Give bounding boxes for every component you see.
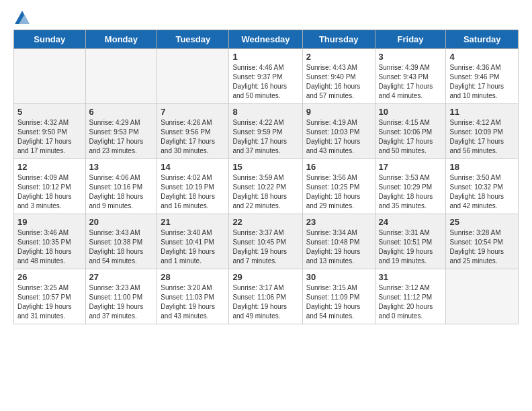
calendar-week-row: 5Sunrise: 4:32 AM Sunset: 9:50 PM Daylig… [14, 104, 519, 159]
calendar-cell: 12Sunrise: 4:09 AM Sunset: 10:12 PM Dayl… [14, 159, 86, 214]
page: SundayMondayTuesdayWednesdayThursdayFrid… [0, 0, 532, 338]
calendar-cell: 28Sunrise: 3:20 AM Sunset: 11:03 PM Dayl… [157, 269, 229, 324]
weekday-header-monday: Monday [85, 30, 157, 49]
logo [13, 11, 30, 24]
calendar-cell: 11Sunrise: 4:12 AM Sunset: 10:09 PM Dayl… [446, 104, 519, 159]
day-info: Sunrise: 3:37 AM Sunset: 10:45 PM Daylig… [232, 228, 298, 266]
day-number: 12 [17, 162, 82, 172]
calendar-cell: 14Sunrise: 4:02 AM Sunset: 10:19 PM Dayl… [157, 159, 229, 214]
day-info: Sunrise: 3:25 AM Sunset: 10:57 PM Daylig… [17, 283, 82, 321]
calendar-cell [446, 269, 519, 324]
day-number: 27 [89, 272, 154, 282]
day-info: Sunrise: 3:53 AM Sunset: 10:29 PM Daylig… [379, 173, 443, 211]
calendar-cell: 17Sunrise: 3:53 AM Sunset: 10:29 PM Dayl… [375, 159, 446, 214]
day-number: 18 [449, 162, 515, 172]
day-number: 9 [306, 107, 371, 117]
weekday-header-thursday: Thursday [302, 30, 375, 49]
day-number: 24 [379, 217, 443, 227]
day-info: Sunrise: 3:28 AM Sunset: 10:54 PM Daylig… [449, 228, 515, 266]
day-number: 5 [17, 107, 82, 117]
day-number: 14 [161, 162, 225, 172]
weekday-header-wednesday: Wednesday [229, 30, 302, 49]
weekday-header-friday: Friday [375, 30, 446, 49]
day-info: Sunrise: 3:46 AM Sunset: 10:35 PM Daylig… [17, 228, 82, 266]
day-info: Sunrise: 3:15 AM Sunset: 11:09 PM Daylig… [306, 283, 371, 321]
day-number: 25 [449, 217, 515, 227]
day-number: 2 [306, 52, 371, 62]
day-info: Sunrise: 3:43 AM Sunset: 10:38 PM Daylig… [89, 228, 154, 266]
logo-text [13, 11, 30, 24]
day-info: Sunrise: 3:23 AM Sunset: 11:00 PM Daylig… [89, 283, 154, 321]
day-number: 20 [89, 217, 154, 227]
weekday-header-saturday: Saturday [446, 30, 519, 49]
day-info: Sunrise: 3:31 AM Sunset: 10:51 PM Daylig… [379, 228, 443, 266]
calendar-cell [157, 49, 229, 104]
calendar-cell: 20Sunrise: 3:43 AM Sunset: 10:38 PM Dayl… [85, 214, 157, 269]
calendar-cell: 5Sunrise: 4:32 AM Sunset: 9:50 PM Daylig… [14, 104, 86, 159]
day-number: 16 [306, 162, 371, 172]
calendar-cell: 6Sunrise: 4:29 AM Sunset: 9:53 PM Daylig… [85, 104, 157, 159]
calendar-cell: 1Sunrise: 4:46 AM Sunset: 9:37 PM Daylig… [229, 49, 302, 104]
day-info: Sunrise: 4:39 AM Sunset: 9:43 PM Dayligh… [379, 63, 443, 101]
day-number: 29 [232, 272, 298, 282]
calendar-table: SundayMondayTuesdayWednesdayThursdayFrid… [13, 30, 519, 324]
day-number: 7 [161, 107, 225, 117]
day-info: Sunrise: 4:26 AM Sunset: 9:56 PM Dayligh… [161, 118, 225, 156]
day-number: 31 [379, 272, 443, 282]
day-info: Sunrise: 4:15 AM Sunset: 10:06 PM Daylig… [379, 118, 443, 156]
calendar-cell: 31Sunrise: 3:12 AM Sunset: 11:12 PM Dayl… [375, 269, 446, 324]
calendar-cell: 4Sunrise: 4:36 AM Sunset: 9:46 PM Daylig… [446, 49, 519, 104]
weekday-header-sunday: Sunday [14, 30, 86, 49]
day-info: Sunrise: 4:32 AM Sunset: 9:50 PM Dayligh… [17, 118, 82, 156]
day-info: Sunrise: 3:12 AM Sunset: 11:12 PM Daylig… [379, 283, 443, 321]
day-info: Sunrise: 3:34 AM Sunset: 10:48 PM Daylig… [306, 228, 371, 266]
day-info: Sunrise: 4:36 AM Sunset: 9:46 PM Dayligh… [449, 63, 515, 101]
day-number: 13 [89, 162, 154, 172]
calendar-cell [14, 49, 86, 104]
calendar-cell: 3Sunrise: 4:39 AM Sunset: 9:43 PM Daylig… [375, 49, 446, 104]
day-info: Sunrise: 4:09 AM Sunset: 10:12 PM Daylig… [17, 173, 82, 211]
logo-icon [15, 11, 30, 24]
day-number: 21 [161, 217, 225, 227]
day-info: Sunrise: 3:17 AM Sunset: 11:06 PM Daylig… [232, 283, 298, 321]
weekday-header-tuesday: Tuesday [157, 30, 229, 49]
day-info: Sunrise: 3:40 AM Sunset: 10:41 PM Daylig… [161, 228, 225, 266]
day-info: Sunrise: 4:43 AM Sunset: 9:40 PM Dayligh… [306, 63, 371, 101]
day-info: Sunrise: 4:19 AM Sunset: 10:03 PM Daylig… [306, 118, 371, 156]
calendar-cell: 29Sunrise: 3:17 AM Sunset: 11:06 PM Dayl… [229, 269, 302, 324]
day-number: 22 [232, 217, 298, 227]
day-number: 3 [379, 52, 443, 62]
day-number: 6 [89, 107, 154, 117]
calendar-cell: 2Sunrise: 4:43 AM Sunset: 9:40 PM Daylig… [302, 49, 375, 104]
calendar-cell: 9Sunrise: 4:19 AM Sunset: 10:03 PM Dayli… [302, 104, 375, 159]
calendar-cell: 10Sunrise: 4:15 AM Sunset: 10:06 PM Dayl… [375, 104, 446, 159]
calendar-cell: 27Sunrise: 3:23 AM Sunset: 11:00 PM Dayl… [85, 269, 157, 324]
header [13, 11, 519, 24]
day-number: 8 [232, 107, 298, 117]
day-info: Sunrise: 3:56 AM Sunset: 10:25 PM Daylig… [306, 173, 371, 211]
calendar-cell: 22Sunrise: 3:37 AM Sunset: 10:45 PM Dayl… [229, 214, 302, 269]
calendar-cell: 18Sunrise: 3:50 AM Sunset: 10:32 PM Dayl… [446, 159, 519, 214]
day-number: 1 [232, 52, 298, 62]
day-info: Sunrise: 3:50 AM Sunset: 10:32 PM Daylig… [449, 173, 515, 211]
calendar-week-row: 26Sunrise: 3:25 AM Sunset: 10:57 PM Dayl… [14, 269, 519, 324]
day-number: 19 [17, 217, 82, 227]
day-info: Sunrise: 3:20 AM Sunset: 11:03 PM Daylig… [161, 283, 225, 321]
day-number: 17 [379, 162, 443, 172]
calendar-cell: 15Sunrise: 3:59 AM Sunset: 10:22 PM Dayl… [229, 159, 302, 214]
day-info: Sunrise: 4:29 AM Sunset: 9:53 PM Dayligh… [89, 118, 154, 156]
calendar-cell: 19Sunrise: 3:46 AM Sunset: 10:35 PM Dayl… [14, 214, 86, 269]
calendar-cell: 13Sunrise: 4:06 AM Sunset: 10:16 PM Dayl… [85, 159, 157, 214]
calendar-cell [85, 49, 157, 104]
day-number: 28 [161, 272, 225, 282]
calendar-week-row: 12Sunrise: 4:09 AM Sunset: 10:12 PM Dayl… [14, 159, 519, 214]
calendar-cell: 8Sunrise: 4:22 AM Sunset: 9:59 PM Daylig… [229, 104, 302, 159]
calendar-cell: 16Sunrise: 3:56 AM Sunset: 10:25 PM Dayl… [302, 159, 375, 214]
day-number: 15 [232, 162, 298, 172]
day-info: Sunrise: 4:12 AM Sunset: 10:09 PM Daylig… [449, 118, 515, 156]
day-info: Sunrise: 4:46 AM Sunset: 9:37 PM Dayligh… [232, 63, 298, 101]
weekday-header-row: SundayMondayTuesdayWednesdayThursdayFrid… [14, 30, 519, 49]
calendar-cell: 21Sunrise: 3:40 AM Sunset: 10:41 PM Dayl… [157, 214, 229, 269]
day-info: Sunrise: 4:06 AM Sunset: 10:16 PM Daylig… [89, 173, 154, 211]
day-number: 10 [379, 107, 443, 117]
